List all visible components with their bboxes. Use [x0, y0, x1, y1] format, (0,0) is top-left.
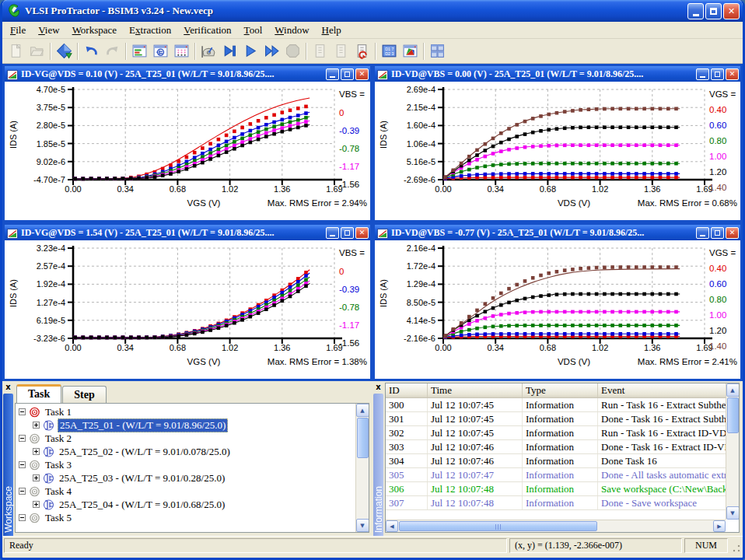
chart-minimize-button[interactable] [696, 227, 709, 239]
toolbar-button-task-window[interactable] [129, 41, 150, 61]
tree-item-task[interactable]: Task 3 [17, 458, 369, 471]
table-row[interactable]: 301Jul 12 10:07:45InformationDone - Task… [386, 412, 739, 426]
toolbar-button-tile-windows[interactable] [427, 41, 448, 61]
scroll-down-icon[interactable]: ▼ [726, 506, 740, 520]
tree-item-device[interactable]: 25A_T25_03 - (W/L/T = 9.01/0.28/25.0) [17, 471, 369, 485]
table-row[interactable]: 304Jul 12 10:07:46InformationDone Task 1… [386, 454, 739, 468]
scroll-left-icon[interactable]: ◀ [386, 520, 398, 532]
table-row[interactable]: 300Jul 12 10:07:45InformationRun - Task … [386, 398, 739, 412]
tab-task[interactable]: Task [16, 384, 61, 403]
scroll-up-icon[interactable]: ▲ [726, 383, 740, 397]
collapse-icon[interactable] [19, 514, 26, 521]
collapse-icon[interactable] [19, 488, 26, 495]
chart-window-2-titlebar[interactable]: ID-VD@VBS = 0.00 (V) - 25A_T25_01 (W/L/T… [375, 66, 740, 82]
chart-close-button[interactable]: ✕ [726, 68, 739, 80]
table-vscrollbar[interactable]: ▲▼ [726, 383, 739, 520]
svg-text:1.40: 1.40 [709, 341, 726, 351]
toolbar-button-data-table[interactable]: D1 7D2 3 [379, 41, 400, 61]
table-row[interactable]: 306Jul 12 10:07:48InformationSave worksp… [386, 482, 739, 496]
workspace-strip[interactable]: Workspace [3, 394, 13, 536]
chart-canvas: 2.16e-41.72e-41.29e-48.50e-54.14e-5-2.16… [375, 240, 740, 379]
table-row[interactable]: 307Jul 12 10:07:48InformationDone - Save… [386, 496, 739, 510]
tree-item-task[interactable]: Task 1 [17, 405, 369, 418]
toolbar-button-run[interactable] [240, 41, 261, 61]
tree-item-label: Task 3 [44, 459, 73, 471]
menu-verification[interactable]: Verification [177, 23, 237, 38]
chart-maximize-button[interactable] [341, 227, 354, 239]
cell-type: Information [523, 440, 598, 453]
chart-window-1-titlebar[interactable]: ID-VG@VDS = 0.10 (V) - 25A_T25_01 (W/L/T… [5, 66, 370, 82]
tree-item-task[interactable]: Task 2 [17, 432, 369, 445]
chart-maximize-button[interactable] [711, 68, 724, 80]
toolbar-button-data-window[interactable] [171, 41, 192, 61]
chart-window-3-titlebar[interactable]: ID-VG@VDS = 1.54 (V) - 25A_T25_01 (W/L/T… [5, 225, 370, 240]
menu-window[interactable]: Window [268, 23, 315, 38]
tree-scrollbar[interactable]: ▲▼ [355, 404, 369, 532]
menu-help[interactable]: Help [316, 23, 348, 38]
collapse-icon[interactable] [19, 408, 26, 415]
workspace-close-icon[interactable]: x [4, 383, 13, 393]
maximize-button[interactable] [705, 3, 722, 19]
tree-item-task[interactable]: Task 4 [17, 485, 369, 498]
chart-close-button[interactable]: ✕ [726, 227, 739, 239]
svg-text:-3.23e-6: -3.23e-6 [33, 334, 65, 343]
table-hscrollbar[interactable]: ◀▶ [386, 520, 726, 532]
mdi-area: ID-VG@VDS = 0.10 (V) - 25A_T25_01 (W/L/T… [2, 64, 743, 381]
toolbar-button-undo[interactable] [81, 41, 102, 61]
tab-step[interactable]: Step [62, 386, 106, 404]
tree-item-device[interactable]: 25A_T25_01 - (W/L/T = 9.01/8.96/25.0) [17, 418, 369, 432]
chart-close-button[interactable]: ✕ [355, 68, 369, 80]
menu-file[interactable]: File [4, 23, 32, 38]
table-row[interactable]: 305Jul 12 10:07:47InformationDone - All … [386, 468, 739, 482]
scroll-up-icon[interactable]: ▲ [356, 404, 369, 417]
toolbar-button-measure[interactable] [198, 41, 219, 61]
svg-text:0.68: 0.68 [540, 184, 556, 194]
menu-extraction[interactable]: Extraction [123, 23, 177, 38]
collapse-icon[interactable] [19, 461, 26, 468]
column-header-type[interactable]: Type [523, 383, 598, 397]
tree-item-label: Task 2 [44, 432, 73, 445]
tree-item-device[interactable]: 25A_T25_02 - (W/L/T = 9.01/0.078/25.0) [17, 445, 369, 458]
toolbar-button-save-workspace[interactable] [54, 41, 75, 61]
toolbar-button-step-run[interactable] [219, 41, 240, 61]
scroll-right-icon[interactable]: ▶ [713, 520, 726, 532]
toolbar-button-plot-view[interactable] [400, 41, 421, 61]
cell-time: Jul 12 10:07:46 [428, 440, 523, 453]
column-header-id[interactable]: ID [386, 383, 428, 397]
tree-item-task[interactable]: Task 5 [17, 511, 369, 524]
svg-text:2.80e-5: 2.80e-5 [37, 121, 65, 130]
toolbar-button-device-window[interactable] [150, 41, 171, 61]
scrollbar-thumb[interactable] [357, 418, 369, 458]
chart-minimize-button[interactable] [326, 227, 339, 239]
toolbar-button-run-all[interactable] [261, 41, 282, 61]
column-header-event[interactable]: Event [598, 383, 730, 397]
close-button[interactable]: ✕ [723, 3, 740, 19]
chart-minimize-button[interactable] [696, 68, 709, 80]
menu-workspace[interactable]: Workspace [66, 23, 123, 38]
information-close-icon[interactable]: x [374, 383, 383, 393]
column-header-time[interactable]: Time [428, 383, 523, 397]
table-row[interactable]: 303Jul 12 10:07:46InformationDone - Task… [386, 440, 739, 454]
expand-icon[interactable] [33, 422, 40, 429]
expand-icon[interactable] [33, 448, 40, 455]
chart-maximize-button[interactable] [341, 68, 354, 80]
title-bar[interactable]: VLSI ProTractor - BSIM3 v3.24 - New.vecp… [2, 0, 743, 22]
menu-view[interactable]: View [32, 23, 65, 38]
toolbar-button-error-report[interactable] [352, 41, 372, 61]
information-strip[interactable]: Information [373, 394, 383, 536]
chart-window-4-titlebar[interactable]: ID-VD@VBS = -0.77 (V) - 25A_T25_01 (W/L/… [375, 225, 740, 240]
tree-item-device[interactable]: 25A_T25_04 - (W/L/T = 9.01/0.68/25.0) [17, 498, 369, 511]
collapse-icon[interactable] [19, 435, 26, 442]
chart-minimize-button[interactable] [326, 68, 339, 80]
table-row[interactable]: 302Jul 12 10:07:45InformationRun - Task … [386, 426, 739, 440]
scroll-down-icon[interactable]: ▼ [356, 519, 369, 532]
expand-icon[interactable] [33, 501, 40, 508]
scrollbar-thumb[interactable] [399, 521, 597, 531]
resize-grip[interactable] [730, 538, 741, 553]
menu-tool[interactable]: Tool [238, 23, 269, 38]
chart-close-button[interactable]: ✕ [355, 227, 369, 239]
minimize-button[interactable] [687, 3, 704, 19]
scrollbar-thumb[interactable] [727, 397, 739, 433]
chart-maximize-button[interactable] [711, 227, 724, 239]
expand-icon[interactable] [33, 474, 40, 481]
